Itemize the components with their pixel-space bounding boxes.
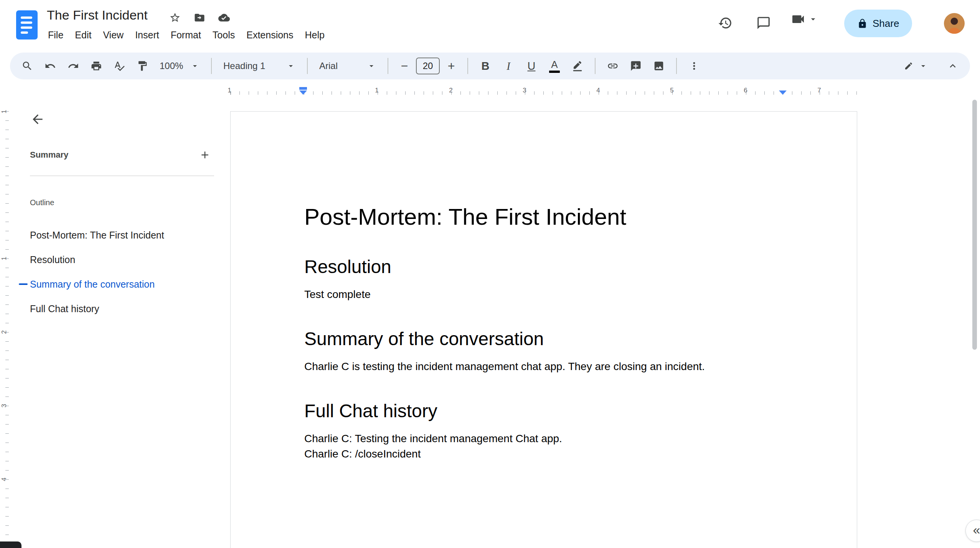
- main-toolbar: 100% Heading 1 Arial − 20 + B I U A: [10, 53, 970, 79]
- star-icon[interactable]: [167, 10, 183, 25]
- doc-paragraph[interactable]: Charlie C: /closeIncident: [304, 446, 783, 462]
- increase-font-size-button[interactable]: +: [442, 56, 460, 76]
- share-button[interactable]: Share: [844, 10, 912, 37]
- highlight-color-icon[interactable]: [567, 56, 588, 76]
- doc-heading[interactable]: Resolution: [304, 256, 783, 278]
- toolbar-divider: [595, 58, 596, 74]
- editing-mode-select[interactable]: [899, 56, 932, 76]
- outline-item-label: Full Chat history: [30, 303, 99, 314]
- editing-mode-pencil-icon: [904, 61, 913, 71]
- doc-heading[interactable]: Summary of the conversation: [304, 328, 783, 350]
- doc-paragraph[interactable]: Charlie C: Testing the incident manageme…: [304, 431, 783, 446]
- outline-item-active[interactable]: Summary of the conversation: [30, 272, 222, 296]
- active-section-dash: [19, 283, 28, 285]
- doc-section: Resolution Test complete: [304, 256, 783, 302]
- cloud-saved-icon[interactable]: [216, 10, 232, 25]
- ruler-number: 3: [0, 402, 8, 410]
- summary-label: Summary: [30, 150, 68, 160]
- decrease-font-size-button[interactable]: −: [395, 56, 414, 76]
- ruler-number: 4: [0, 475, 8, 484]
- ruler-number: 7: [817, 87, 821, 94]
- outline-item[interactable]: Resolution: [30, 247, 222, 272]
- text-color-icon[interactable]: A: [544, 56, 565, 76]
- menu-format[interactable]: Format: [165, 27, 207, 43]
- insert-image-icon[interactable]: [648, 56, 669, 76]
- doc-paragraph[interactable]: Test complete: [304, 287, 783, 302]
- google-docs-app: The First Incident File Edit View Insert…: [0, 0, 980, 548]
- more-options-icon[interactable]: [684, 56, 704, 76]
- ruler-number: 5: [670, 87, 673, 94]
- doc-title-heading[interactable]: Post-Mortem: The First Incident: [304, 204, 783, 230]
- redo-icon[interactable]: [63, 56, 84, 76]
- toolbar-divider: [307, 58, 308, 74]
- paragraph-style-select[interactable]: Heading 1: [219, 56, 300, 76]
- right-indent-marker[interactable]: [779, 91, 787, 95]
- back-arrow-icon[interactable]: [27, 109, 48, 130]
- insert-link-icon[interactable]: [602, 56, 623, 76]
- menu-help[interactable]: Help: [299, 27, 330, 43]
- document-title[interactable]: The First Incident: [47, 8, 148, 23]
- doc-paragraph[interactable]: Charlie C is testing the incident manage…: [304, 359, 783, 374]
- right-indent-triangle[interactable]: [779, 91, 787, 95]
- outline-item[interactable]: Full Chat history: [30, 296, 222, 321]
- font-size-input[interactable]: 20: [416, 58, 440, 74]
- left-indent-marker[interactable]: [299, 87, 307, 95]
- ruler-number: 1: [0, 107, 8, 116]
- outline-item-label: Post-Mortem: The First Incident: [30, 230, 164, 241]
- double-chevron-left-icon: «: [973, 522, 980, 537]
- search-menus-icon[interactable]: [17, 56, 38, 76]
- move-folder-icon[interactable]: [192, 10, 207, 25]
- vertical-scrollbar-thumb[interactable]: [972, 100, 977, 350]
- add-summary-icon[interactable]: [196, 146, 214, 164]
- zoom-select[interactable]: 100%: [155, 56, 204, 76]
- outline-sidebar: Summary Outline Post-Mortem: The First I…: [10, 98, 230, 548]
- horizontal-ruler: 1 1 2 3 4 5 6 7: [0, 86, 980, 98]
- bold-icon[interactable]: B: [475, 56, 496, 76]
- logo-line: [21, 31, 28, 34]
- outline-item-label: Resolution: [30, 254, 75, 265]
- ruler-number: 1: [228, 87, 231, 94]
- doc-heading[interactable]: Full Chat history: [304, 400, 783, 422]
- ruler-number: 3: [523, 87, 526, 94]
- comments-icon[interactable]: [752, 12, 775, 35]
- document-canvas: Post-Mortem: The First Incident Resoluti…: [230, 98, 971, 548]
- underline-icon[interactable]: U: [521, 56, 542, 76]
- logo-line: [21, 26, 32, 29]
- chevron-down-icon: [919, 61, 928, 71]
- add-comment-icon[interactable]: [625, 56, 646, 76]
- ruler-number: 2: [0, 328, 8, 336]
- lock-icon: [857, 18, 868, 29]
- menu-view[interactable]: View: [97, 27, 129, 43]
- menu-edit[interactable]: Edit: [69, 27, 97, 43]
- vertical-ruler: 1 1 2 3 4: [0, 98, 10, 548]
- version-history-icon[interactable]: [714, 12, 737, 35]
- menu-extensions[interactable]: Extensions: [241, 27, 299, 43]
- chevron-down-icon: [190, 61, 200, 71]
- doc-section: Full Chat history Charlie C: Testing the…: [304, 400, 783, 462]
- font-family-select[interactable]: Arial: [315, 56, 381, 76]
- text-color-bar: [549, 71, 560, 73]
- toolbar-divider: [467, 58, 468, 74]
- menu-insert[interactable]: Insert: [129, 27, 165, 43]
- outline-label: Outline: [30, 198, 54, 207]
- first-line-indent-marker[interactable]: [299, 87, 307, 90]
- docs-home-icon[interactable]: [16, 10, 38, 39]
- document-page[interactable]: Post-Mortem: The First Incident Resoluti…: [230, 111, 857, 548]
- user-avatar[interactable]: [944, 13, 965, 34]
- left-indent-triangle[interactable]: [299, 91, 307, 95]
- spellcheck-icon[interactable]: [109, 56, 130, 76]
- paragraph-style-value: Heading 1: [223, 61, 265, 71]
- print-icon[interactable]: [86, 56, 107, 76]
- video-call-button[interactable]: [790, 12, 818, 27]
- italic-icon[interactable]: I: [498, 56, 519, 76]
- outline-item[interactable]: Post-Mortem: The First Incident: [30, 223, 222, 247]
- hide-menus-icon[interactable]: [942, 56, 963, 76]
- undo-icon[interactable]: [40, 56, 61, 76]
- toolbar-divider: [211, 58, 212, 74]
- menu-tools[interactable]: Tools: [207, 27, 241, 43]
- zoom-value: 100%: [160, 61, 183, 71]
- paint-format-icon[interactable]: [132, 56, 153, 76]
- menu-file[interactable]: File: [42, 27, 69, 43]
- outline-list: Post-Mortem: The First Incident Resoluti…: [30, 223, 222, 321]
- toolbar-divider: [676, 58, 677, 74]
